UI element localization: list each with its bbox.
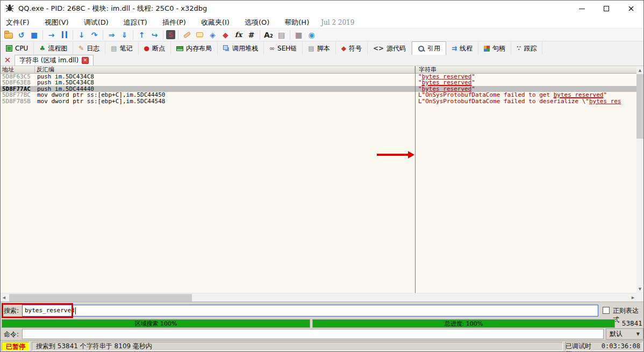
tab-label: 流程图	[48, 44, 67, 53]
status-message: 搜索到 53841 个字符串于 8109 毫秒内	[36, 342, 152, 350]
col-string-header[interactable]: 字符串	[417, 66, 636, 73]
execute-till-return-icon[interactable]: ⇓	[119, 30, 130, 40]
menu-item[interactable]: 追踪(T)	[118, 17, 153, 28]
globe-icon[interactable]: ◉	[306, 30, 317, 40]
tab-label: 内存布局	[186, 44, 212, 53]
open-file-icon[interactable]	[3, 30, 14, 40]
bookmark-icon[interactable]: ◆	[220, 30, 231, 40]
region-search-progressbar: 区域搜索 100%	[2, 319, 310, 328]
cpu-icon	[6, 45, 12, 52]
debug-time-value: 0:03:36:08	[602, 342, 640, 350]
tab-label: 线程	[460, 44, 473, 53]
patch-icon[interactable]	[181, 30, 192, 40]
vertical-scrollbar[interactable]: ▲ ▼	[636, 66, 643, 293]
tab-symbols[interactable]: ◆符号	[336, 42, 368, 55]
toolbar-separator	[133, 30, 133, 40]
tab-cpu[interactable]: CPU	[1, 42, 34, 55]
tab-label: 符号	[349, 44, 362, 53]
tab-source[interactable]: <>源代码	[368, 42, 412, 55]
tab-handles[interactable]: 句柄	[478, 42, 511, 55]
step-into-icon[interactable]: ↓	[76, 30, 87, 40]
tab-memory-map[interactable]: 内存布局	[171, 42, 218, 55]
step-over-icon[interactable]: ↷	[89, 30, 100, 40]
tab-trace[interactable]: ∵跟踪	[511, 42, 542, 55]
minimize-button[interactable]	[569, 1, 594, 17]
profile-dropdown[interactable]: 默认 ▼	[606, 328, 643, 340]
tab-close-icon[interactable]: ✕	[82, 57, 89, 64]
source-badge-icon[interactable]: S	[166, 30, 175, 39]
tab-threads[interactable]: ⇉线程	[446, 42, 478, 55]
profile-value: 默认	[610, 329, 622, 339]
close-all-tabs-icon[interactable]: ✕	[1, 55, 15, 65]
restart-icon[interactable]: ↺	[16, 30, 27, 40]
tab-label: 跟踪	[524, 44, 536, 53]
run-to-user-code-icon[interactable]: ↪	[149, 30, 160, 40]
tab-call-stack[interactable]: 调用堆栈	[218, 42, 264, 55]
scrollbar-corner	[636, 293, 643, 301]
tab-strings-region[interactable]: 字符串 (区域 im.dll) ✕	[15, 55, 94, 66]
table-row[interactable]: 5D8F63C5push im.5DC434C8"bytes_reserved"	[1, 74, 636, 80]
tab-references[interactable]: 引用	[412, 41, 446, 55]
tab-label: 日志	[87, 44, 99, 53]
col-disasm-header[interactable]: 反汇编	[35, 66, 415, 73]
horizontal-scrollbar[interactable]: ◀ ▶	[1, 293, 636, 301]
table-row[interactable]: 5D8F63E8push im.5DC434C8"bytes_reserved"	[1, 80, 636, 85]
cell-disasm: mov dword ptr ss:[ebp+C],im.5DC44450	[37, 92, 165, 98]
tab-breakpoint[interactable]: ●断点	[139, 42, 171, 55]
scroll-left-icon[interactable]: ◀	[1, 293, 8, 302]
comment-icon[interactable]	[194, 30, 205, 40]
menu-item[interactable]: 视图(V)	[39, 17, 74, 28]
table-row[interactable]: 5D8F785Bmov dword ptr ss:[ebp+C],im.5DC4…	[1, 98, 636, 104]
maximize-button[interactable]	[594, 1, 619, 17]
cell-string: L"OnSysProtobufDataCome failed to get by…	[418, 92, 635, 98]
tab-graph[interactable]: ♣流程图	[34, 42, 73, 55]
column-splitter[interactable]	[415, 66, 416, 293]
scroll-up-icon[interactable]: ▲	[636, 66, 643, 74]
horizontal-scroll-thumb[interactable]	[9, 294, 192, 301]
tab-notes[interactable]: ▤笔记	[105, 42, 138, 55]
status-message-panel: 搜索到 53841 个字符串于 8109 毫秒内	[32, 342, 563, 351]
toolbar-separator	[290, 30, 290, 40]
table-row[interactable]: 5D8F77BCmov dword ptr ss:[ebp+C],im.5DC4…	[1, 92, 636, 98]
tab-label: 笔记	[120, 44, 133, 53]
menu-item[interactable]: 帮助(H)	[279, 17, 314, 28]
titlebar: QQ.exe - PID: 268C - 模块: im.dll - 线程: 25…	[1, 1, 643, 17]
table-header: 地址 反汇编 字符串	[1, 66, 636, 74]
menu-item[interactable]: 选项(O)	[239, 17, 275, 28]
search-input[interactable]: bytes_reserved	[22, 305, 598, 317]
string-az-icon[interactable]: A₂	[263, 30, 274, 40]
close-button[interactable]: ×	[619, 1, 643, 17]
tab-script[interactable]: ▤脚本	[303, 42, 335, 55]
tab-seh[interactable]: ∞SEH链	[264, 42, 303, 55]
command-input[interactable]	[22, 329, 604, 339]
run-icon[interactable]: →	[46, 30, 57, 40]
regex-checkbox[interactable]	[603, 307, 610, 314]
toolbar-separator	[260, 30, 260, 40]
scroll-down-icon[interactable]: ▼	[636, 285, 643, 293]
build-date-label: Jul 2 2019	[321, 19, 354, 26]
tab-log[interactable]: ✎日志	[73, 42, 105, 55]
stop-icon[interactable]: ■	[28, 30, 40, 40]
vertical-scroll-thumb[interactable]	[636, 74, 643, 139]
menu-item[interactable]: 收藏夹(I)	[196, 17, 235, 28]
menu-item[interactable]: 调试(D)	[78, 17, 114, 28]
phone-arrow-icon[interactable]: ▤	[276, 30, 287, 40]
label-icon[interactable]: ◈	[207, 30, 218, 40]
pause-icon[interactable]	[59, 30, 70, 40]
menu-item[interactable]: 文件(F)	[1, 17, 35, 28]
menu-item[interactable]: 插件(P)	[157, 17, 191, 28]
run-to-selection-icon[interactable]: ⇒	[106, 30, 117, 40]
function-icon[interactable]: fx	[233, 30, 244, 40]
tab-label: 断点	[152, 44, 165, 53]
hash-icon[interactable]: #	[246, 30, 257, 40]
scroll-right-icon[interactable]: ▶	[629, 293, 636, 302]
cell-string: "bytes_reserved"	[418, 86, 635, 92]
tab-label: 句柄	[492, 44, 505, 53]
step-out-icon[interactable]: ↑	[136, 30, 147, 40]
calculator-icon[interactable]: ▦	[293, 30, 304, 40]
chevron-down-icon: ▼	[636, 332, 640, 336]
annotation-arrow	[377, 154, 408, 156]
trace-icon: ∵	[517, 45, 521, 52]
col-address-header[interactable]: 地址	[1, 66, 35, 73]
x32dbg-window: QQ.exe - PID: 268C - 模块: im.dll - 线程: 25…	[0, 0, 644, 352]
